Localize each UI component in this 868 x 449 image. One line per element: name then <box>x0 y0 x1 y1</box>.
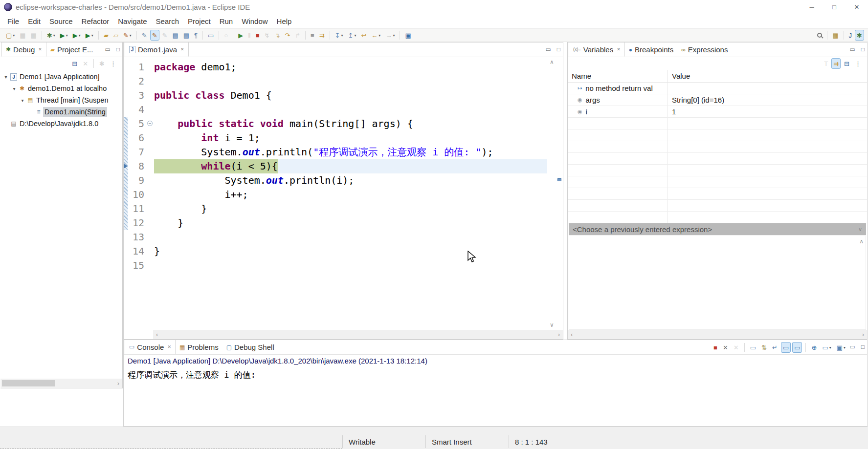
dropdown-arrow-icon[interactable]: ▾ <box>66 33 68 38</box>
chevron-down-icon[interactable]: ∨ <box>858 226 862 233</box>
close-icon[interactable]: ✕ <box>167 344 171 349</box>
vars-tab-variables[interactable]: (x)=Variables✕ <box>569 43 625 57</box>
line-number[interactable]: 13 <box>128 230 146 244</box>
menu-file[interactable]: File <box>3 15 23 27</box>
step-over-icon[interactable]: ↷ <box>283 30 292 41</box>
variable-detail-pane[interactable]: ∧ <box>569 235 866 330</box>
scroll-left-icon[interactable]: ‹ <box>156 331 158 338</box>
console-tab-problems[interactable]: ▦Problems <box>176 340 223 354</box>
search-dim-icon[interactable]: ○ <box>222 30 230 41</box>
dropdown-arrow-icon[interactable]: ▾ <box>79 33 81 38</box>
remove-launch-icon[interactable]: ✕ <box>721 342 730 353</box>
expander-icon[interactable]: ▾ <box>19 98 26 103</box>
code-line-6[interactable]: 6 int i = 1; <box>124 131 547 145</box>
coverage-icon[interactable]: ▶▾ <box>71 30 83 41</box>
code-line-11[interactable]: 11 } <box>124 202 547 216</box>
open-element-icon[interactable]: ▱ <box>111 30 120 41</box>
mark-occurrences-icon[interactable]: ✎ <box>150 30 159 41</box>
dropdown-arrow-icon[interactable]: ▾ <box>13 33 15 38</box>
console-tab-debug-shell[interactable]: ▢Debug Shell <box>223 340 278 354</box>
clear-console-icon[interactable]: ▭ <box>748 342 758 353</box>
menu-help[interactable]: Help <box>272 15 296 27</box>
collapse-fold-icon[interactable]: − <box>147 121 153 126</box>
maximize-panel-icon[interactable]: □ <box>116 46 120 52</box>
skip-all-breakpoints-icon[interactable]: ≡ <box>309 30 316 41</box>
dropdown-arrow-icon[interactable]: ▾ <box>829 345 831 350</box>
maximize-panel-icon[interactable]: □ <box>861 46 865 52</box>
connect-icon[interactable]: ⊟ <box>70 58 79 69</box>
code-line-3[interactable]: 3public class Demo1 { <box>124 88 547 103</box>
refresh-icon[interactable]: ✎ <box>160 30 170 41</box>
current-line-marker[interactable] <box>557 178 561 181</box>
code-editor[interactable]: 1package demo1;23public class Demo1 {45−… <box>124 58 547 329</box>
tree-item-demo1-demo1-at-localho[interactable]: ▾✱demo1.Demo1 at localho <box>0 83 122 94</box>
previous-annotation-icon[interactable]: ↥▾ <box>346 30 358 41</box>
minimize-window-button[interactable]: ─ <box>801 0 823 14</box>
code-line-8[interactable]: 8 while(i < 5){ <box>124 159 547 173</box>
back-icon[interactable]: ←▾ <box>369 30 382 41</box>
show-stderr-icon[interactable]: ▭ <box>792 342 802 353</box>
open-console-icon[interactable]: ▣▾ <box>835 342 847 353</box>
view-menu-icon[interactable]: ⋮ <box>108 58 118 69</box>
editor-horizontal-scrollbar[interactable]: ‹ › <box>153 330 563 339</box>
remove-all-terminated-icon[interactable]: ✕ <box>732 342 741 353</box>
minimize-panel-icon[interactable]: ▭ <box>545 46 551 52</box>
line-number[interactable]: 1 <box>128 60 146 74</box>
code-line-14[interactable]: 14} <box>124 244 547 258</box>
resume-icon[interactable]: ▶ <box>236 30 245 41</box>
search-icon[interactable] <box>815 30 824 41</box>
show-outline-icon[interactable]: ▤ <box>181 30 191 41</box>
remove-all-terminated-icon[interactable]: ✕ <box>81 58 90 69</box>
line-number[interactable]: 10 <box>128 188 146 202</box>
code-line-13[interactable]: 13 <box>124 230 547 244</box>
menu-window[interactable]: Window <box>237 15 272 27</box>
tree-item-demo1-java-application[interactable]: ▾JDemo1 [Java Application] <box>0 71 122 83</box>
scroll-right-icon[interactable]: › <box>114 380 122 387</box>
code-line-12[interactable]: 12 } <box>124 216 547 230</box>
new-wizard-icon[interactable]: ▢▾ <box>4 30 17 41</box>
menu-edit[interactable]: Edit <box>23 15 45 27</box>
close-icon[interactable]: ✕ <box>617 47 621 52</box>
editor-vertical-scrollbar[interactable]: ∧ ∨ <box>548 58 556 329</box>
show-whitespace-icon[interactable]: ¶ <box>192 30 200 41</box>
word-wrap-icon[interactable]: ↵ <box>770 342 779 353</box>
save-icon[interactable]: ▦ <box>18 30 27 41</box>
scroll-right-icon[interactable]: › <box>558 331 560 338</box>
close-icon[interactable]: ✕ <box>38 47 42 52</box>
new-java-project-icon[interactable]: ▰ <box>102 30 111 41</box>
line-number[interactable]: 14 <box>128 244 146 258</box>
code-line-1[interactable]: 1package demo1; <box>124 60 547 74</box>
terminate-icon[interactable]: ■ <box>712 342 719 353</box>
dropdown-arrow-icon[interactable]: ▾ <box>130 33 132 38</box>
line-number[interactable]: 6 <box>128 131 146 145</box>
line-number[interactable]: 12 <box>128 216 146 230</box>
last-edit-location-icon[interactable]: ↩ <box>359 30 368 41</box>
next-annotation-icon[interactable]: ↧▾ <box>333 30 345 41</box>
code-line-4[interactable]: 4 <box>124 103 547 117</box>
dropdown-arrow-icon[interactable]: ▾ <box>91 33 93 38</box>
vars-tab-breakpoints[interactable]: ●Breakpoints <box>625 43 677 57</box>
collapse-all-icon[interactable]: ⊟ <box>842 58 851 69</box>
debug-config-icon[interactable]: ✱ <box>97 58 107 69</box>
view-menu-icon[interactable]: ⋮ <box>853 58 863 69</box>
dropdown-arrow-icon[interactable]: ▾ <box>378 33 380 38</box>
show-stdout-icon[interactable]: ▭ <box>781 342 791 353</box>
code-line-10[interactable]: 10 i++; <box>124 188 547 202</box>
maximize-panel-icon[interactable]: □ <box>861 344 865 350</box>
open-perspective-icon[interactable]: ▦ <box>830 30 840 41</box>
scroll-up-icon[interactable]: ∧ <box>550 59 554 65</box>
minimize-panel-icon[interactable]: ▭ <box>105 46 110 52</box>
line-number[interactable]: 3 <box>128 88 146 103</box>
line-number[interactable]: 15 <box>128 258 146 273</box>
maximize-panel-icon[interactable]: □ <box>557 46 560 52</box>
column-header-value[interactable]: Value <box>668 72 690 80</box>
debug-perspective-icon[interactable]: ✱ <box>855 30 864 41</box>
run-icon[interactable]: ▶▾ <box>58 30 70 41</box>
expression-combo[interactable]: <Choose a previously entered expression>… <box>569 223 866 235</box>
dropdown-arrow-icon[interactable]: ▾ <box>354 33 356 38</box>
menu-navigate[interactable]: Navigate <box>113 15 151 27</box>
vars-tab-expressions[interactable]: ∞Expressions <box>677 43 732 57</box>
menu-search[interactable]: Search <box>151 15 183 27</box>
use-step-filters-icon[interactable]: ⇉ <box>317 30 327 41</box>
console-tab-console[interactable]: ▭Console✕ <box>125 340 176 354</box>
